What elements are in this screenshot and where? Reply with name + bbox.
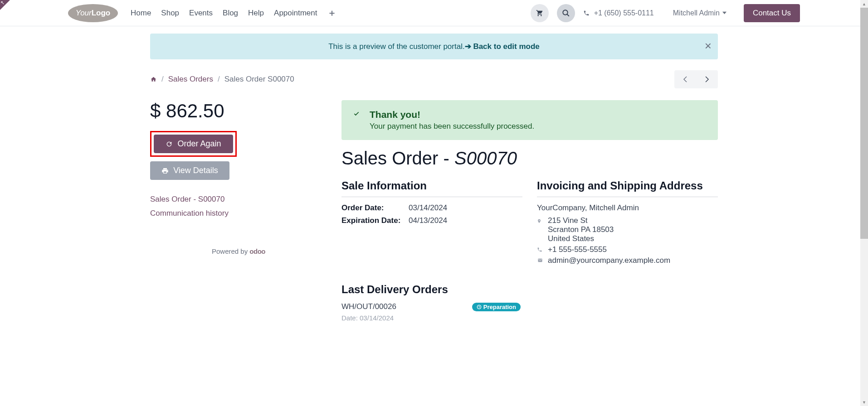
site-header: YourLogo Home Shop Events Blog Help Appo…: [0, 0, 868, 26]
sidebar: $ 862.50 Order Again View Details Sales …: [150, 100, 327, 322]
user-menu[interactable]: Mitchell Admin: [673, 9, 727, 17]
nav-help[interactable]: Help: [248, 9, 264, 18]
address-name: YourCompany, Mitchell Admin: [537, 203, 718, 213]
address-country: United States: [548, 234, 614, 243]
nav-home[interactable]: Home: [131, 9, 151, 18]
nav-events[interactable]: Events: [189, 9, 213, 18]
nav-blog[interactable]: Blog: [223, 9, 238, 18]
sale-info-section: Sale Information Order Date: 03/14/2024 …: [341, 179, 522, 267]
delivery-ref: WH/OUT/00026: [341, 302, 396, 311]
address-section: Invoicing and Shipping Address YourCompa…: [537, 179, 718, 267]
chevron-left-icon: [683, 76, 688, 83]
odoo-logo[interactable]: odoo: [249, 247, 265, 255]
order-date-value: 03/14/2024: [409, 203, 447, 213]
address-email: admin@yourcompany.example.com: [548, 256, 670, 265]
nav-shop[interactable]: Shop: [161, 9, 179, 18]
pager: [674, 70, 718, 88]
close-icon[interactable]: ×: [705, 39, 712, 53]
breadcrumb-sep: /: [161, 75, 164, 84]
expiration-date-label: Expiration Date:: [341, 216, 409, 225]
address-heading: Invoicing and Shipping Address: [537, 179, 718, 197]
phone-icon: [537, 247, 543, 252]
envelope-icon: [537, 258, 543, 263]
phone-icon: [583, 10, 590, 16]
user-name: Mitchell Admin: [673, 9, 720, 17]
preview-banner: This is a preview of the customer portal…: [150, 34, 718, 59]
prev-button[interactable]: [674, 70, 696, 88]
address-street: 215 Vine St: [548, 216, 614, 225]
success-alert: Thank you! Your payment has been success…: [341, 100, 718, 140]
corner-badge[interactable]: [0, 0, 10, 10]
header-phone: +1 (650) 555-0111: [583, 9, 654, 17]
address-city: Scranton PA 18503: [548, 225, 614, 234]
search-icon[interactable]: [557, 4, 575, 22]
breadcrumb: / Sales Orders / Sales Order S00070: [150, 75, 294, 84]
sale-info-heading: Sale Information: [341, 179, 522, 197]
home-icon: [150, 76, 157, 82]
scrollbar[interactable]: ▲ ▼: [860, 0, 868, 340]
nav-appointment[interactable]: Appointment: [274, 9, 317, 18]
plus-icon[interactable]: ＋: [327, 7, 336, 19]
check-icon: [352, 111, 361, 117]
contact-button[interactable]: Contact Us: [744, 4, 800, 22]
order-amount: $ 862.50: [150, 100, 327, 122]
logo[interactable]: YourLogo: [68, 4, 118, 22]
next-button[interactable]: [696, 70, 718, 88]
svg-point-0: [563, 10, 568, 15]
clock-icon: [477, 304, 482, 309]
alert-title: Thank you!: [370, 109, 534, 120]
page-title: Sales Order - S00070: [341, 148, 718, 169]
status-badge: Preparation: [472, 303, 521, 311]
sidebar-links: Sales Order - S00070 Communication histo…: [150, 193, 327, 220]
phone-number-text: +1 (650) 555-0111: [594, 9, 654, 17]
content: Thank you! Your payment has been success…: [341, 100, 718, 322]
view-details-button[interactable]: View Details: [150, 161, 229, 180]
map-marker-icon: [537, 218, 543, 224]
chevron-right-icon: [705, 76, 709, 83]
preview-text: This is a preview of the customer portal…: [328, 42, 464, 51]
expiration-date-value: 04/13/2024: [409, 216, 447, 225]
cart-icon[interactable]: [531, 4, 549, 22]
address-phone: +1 555-555-5555: [548, 245, 607, 254]
scroll-up-button[interactable]: ▲: [860, 0, 868, 8]
highlight-box: Order Again: [150, 131, 237, 157]
breadcrumb-sep: /: [218, 75, 220, 84]
scrollbar-thumb[interactable]: [860, 8, 868, 239]
breadcrumb-sales-orders[interactable]: Sales Orders: [168, 75, 213, 84]
powered-by: Powered by odoo: [150, 247, 327, 255]
caret-down-icon: [722, 11, 727, 15]
order-again-button[interactable]: Order Again: [154, 135, 233, 153]
breadcrumb-home[interactable]: [150, 76, 157, 82]
main-nav: Home Shop Events Blog Help Appointment ＋: [131, 7, 336, 19]
sidebar-link-history[interactable]: Communication history: [150, 207, 327, 221]
delivery-heading: Last Delivery Orders: [341, 283, 718, 296]
print-icon: [161, 167, 169, 174]
back-to-edit-link[interactable]: ➔ Back to edit mode: [465, 42, 540, 51]
order-date-label: Order Date:: [341, 203, 409, 213]
delivery-date: Date: 03/14/2024: [341, 314, 521, 322]
sidebar-link-order[interactable]: Sales Order - S00070: [150, 193, 327, 207]
refresh-icon: [166, 140, 173, 148]
alert-message: Your payment has been successfully proce…: [370, 122, 534, 131]
breadcrumb-current: Sales Order S00070: [224, 75, 294, 84]
